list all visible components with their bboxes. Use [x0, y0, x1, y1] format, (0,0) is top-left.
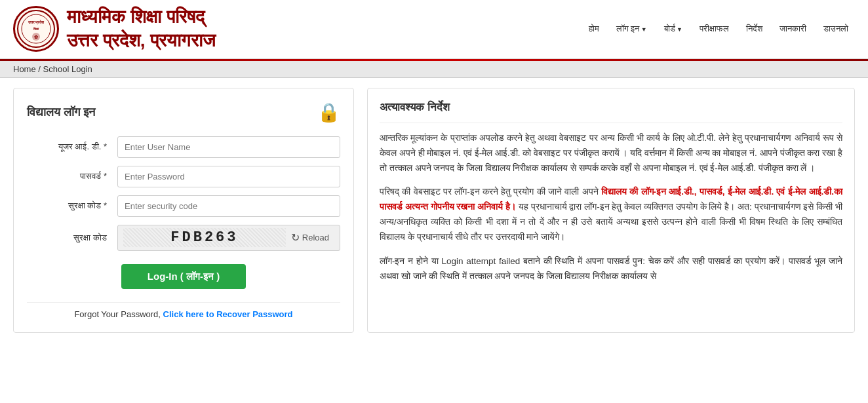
- username-row: यूजर आई. डी. *: [27, 136, 340, 158]
- header-title: माध्यमिक शिक्षा परिषद् उत्तर प्रदेश, प्र…: [67, 5, 216, 53]
- security-code-input[interactable]: [117, 195, 340, 217]
- lock-icon: 🔒: [317, 102, 340, 123]
- login-btn-row: Log-In ( लॉग-इन ): [27, 264, 340, 289]
- password-row: पासवर्ड *: [27, 166, 340, 187]
- instructions-panel: अत्यावश्यक निर्देश आन्तरिक मूल्यांकन के …: [367, 88, 855, 333]
- login-panel-header: विद्यालय लॉग इन 🔒: [27, 102, 340, 123]
- nav-download[interactable]: डाउनलो: [817, 20, 855, 38]
- captcha-label: सुरक्षा कोड: [27, 233, 112, 243]
- captcha-row: सुरक्षा कोड FDB263 ↻ Reload: [27, 225, 340, 251]
- login-button[interactable]: Log-In ( लॉग-इन ): [121, 264, 246, 289]
- login-title: विद्यालय लॉग इन: [27, 106, 95, 119]
- captcha-box: FDB263 ↻ Reload: [117, 225, 340, 251]
- reload-button[interactable]: ↻ Reload: [286, 229, 334, 246]
- header-nav: होम लॉग इन बोर्ड परीक्षाफल निर्देश जानका…: [582, 20, 855, 38]
- instructions-para2: परिषद् की वेबसाइट पर लॉग-इन करने हेतु प्…: [380, 185, 842, 245]
- security-code-row: सुरक्षा कोड *: [27, 195, 340, 217]
- reload-icon: ↻: [291, 231, 300, 244]
- password-label: पासवर्ड *: [27, 171, 112, 182]
- reload-label: Reload: [302, 233, 329, 242]
- header-left: उत्तर प्रदेश शिक्षा ✿ माध्यमिक शिक्षा पर…: [13, 5, 216, 53]
- username-input[interactable]: [117, 136, 340, 158]
- breadcrumb-home[interactable]: Home: [13, 64, 36, 74]
- forgot-password-section: Forgot Your Password, Click here to Reco…: [27, 302, 340, 319]
- nav-home[interactable]: होम: [582, 20, 606, 38]
- nav-login[interactable]: लॉग इन: [610, 20, 654, 38]
- username-label: यूजर आई. डी. *: [27, 142, 112, 152]
- svg-text:उत्तर प्रदेश: उत्तर प्रदेश: [28, 20, 45, 25]
- nav-results[interactable]: परीक्षाफल: [693, 20, 736, 38]
- captcha-value: FDB263: [123, 228, 286, 247]
- nav-board[interactable]: बोर्ड: [658, 20, 689, 38]
- nav-info[interactable]: जानकारी: [773, 20, 813, 38]
- password-input[interactable]: [117, 166, 340, 187]
- instructions-para3: लॉग-इन न होने या Login attempt failed बत…: [380, 254, 842, 284]
- instructions-title: अत्यावश्यक निर्देश: [380, 98, 842, 123]
- svg-text:शिक्षा: शिक्षा: [33, 27, 39, 31]
- svg-text:✿: ✿: [34, 35, 38, 39]
- instructions-para2-before: परिषद् की वेबसाइट पर लॉग-इन करने हेतु प्…: [380, 187, 601, 197]
- breadcrumb-current: School Login: [43, 64, 92, 74]
- forgot-link[interactable]: Click here to Recover Password: [163, 309, 293, 319]
- logo-emblem: उत्तर प्रदेश शिक्षा ✿: [13, 6, 59, 52]
- login-panel: विद्यालय लॉग इन 🔒 यूजर आई. डी. * पासवर्ड…: [13, 88, 354, 333]
- nav-directions[interactable]: निर्देश: [740, 20, 769, 38]
- header: उत्तर प्रदेश शिक्षा ✿ माध्यमिक शिक्षा पर…: [0, 0, 868, 59]
- breadcrumb-separator: /: [38, 64, 41, 74]
- instructions-para1: आन्तरिक मूल्यांकन के प्राप्तांक अपलोड कर…: [380, 131, 842, 176]
- forgot-text: Forgot Your Password,: [74, 309, 161, 319]
- security-code-label: सुरक्षा कोड *: [27, 201, 112, 211]
- breadcrumb: Home / School Login: [0, 61, 868, 78]
- main-content: विद्यालय लॉग इन 🔒 यूजर आई. डी. * पासवर्ड…: [0, 78, 868, 343]
